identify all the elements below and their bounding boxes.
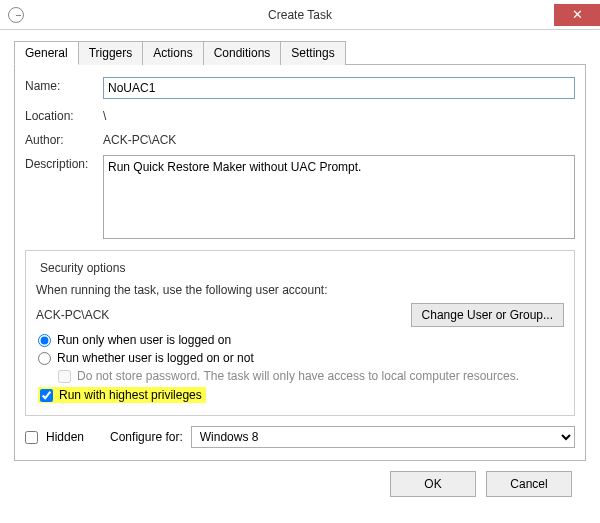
tab-panel-general: Name: Location: \ Author: ACK-PC\ACK Des… [14, 65, 586, 461]
description-input[interactable]: Run Quick Restore Maker without UAC Prom… [103, 155, 575, 239]
tab-triggers[interactable]: Triggers [78, 41, 144, 65]
cancel-button[interactable]: Cancel [486, 471, 572, 497]
configure-for-select[interactable]: Windows 8 [191, 426, 575, 448]
run-whether-label: Run whether user is logged on or not [57, 351, 254, 365]
tab-conditions[interactable]: Conditions [203, 41, 282, 65]
titlebar: Create Task ✕ [0, 0, 600, 30]
location-label: Location: [25, 107, 103, 123]
highest-privileges-checkbox[interactable] [40, 389, 53, 402]
highest-privileges-label: Run with highest privileges [59, 388, 202, 402]
dialog-button-row: OK Cancel [14, 461, 586, 497]
hidden-checkbox[interactable] [25, 431, 38, 444]
tab-actions[interactable]: Actions [142, 41, 203, 65]
hidden-label: Hidden [46, 430, 84, 444]
when-running-label: When running the task, use the following… [36, 283, 564, 297]
window-title: Create Task [0, 8, 600, 22]
author-value: ACK-PC\ACK [103, 131, 575, 147]
tab-general[interactable]: General [14, 41, 79, 65]
author-label: Author: [25, 131, 103, 147]
tab-strip: General Triggers Actions Conditions Sett… [14, 40, 586, 65]
tab-settings[interactable]: Settings [280, 41, 345, 65]
security-options-legend: Security options [36, 261, 129, 275]
change-user-button[interactable]: Change User or Group... [411, 303, 564, 327]
ok-button[interactable]: OK [390, 471, 476, 497]
dialog-content: General Triggers Actions Conditions Sett… [0, 30, 600, 509]
location-value: \ [103, 107, 575, 123]
security-options-group: Security options When running the task, … [25, 250, 575, 416]
run-logged-on-radio[interactable] [38, 334, 51, 347]
configure-for-label: Configure for: [110, 430, 183, 444]
name-input[interactable] [103, 77, 575, 99]
run-whether-radio[interactable] [38, 352, 51, 365]
user-account-value: ACK-PC\ACK [36, 308, 411, 322]
name-label: Name: [25, 77, 103, 93]
run-logged-on-label: Run only when user is logged on [57, 333, 231, 347]
description-label: Description: [25, 155, 103, 171]
no-store-password-checkbox [58, 370, 71, 383]
no-store-password-label: Do not store password. The task will onl… [77, 369, 519, 383]
